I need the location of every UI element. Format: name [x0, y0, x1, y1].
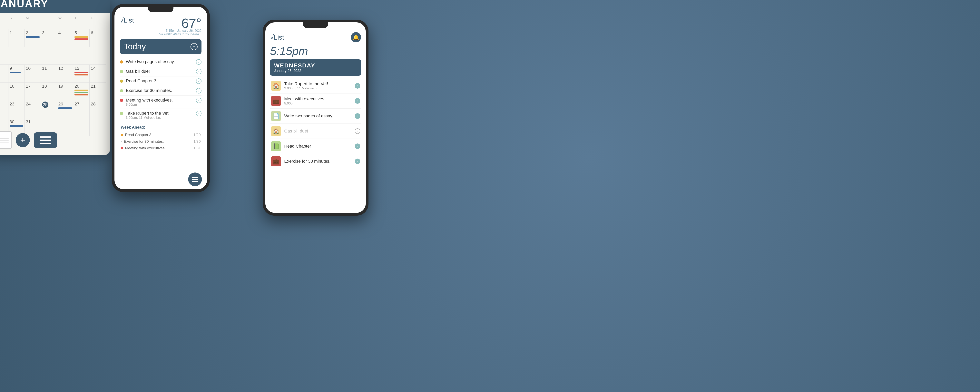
temperature-display: 67° [181, 16, 202, 30]
task-item-2: Gas bill due! ✓ [120, 67, 202, 76]
calendar-cell [0, 29, 8, 47]
task-sub-5: 5:00pm [126, 103, 193, 107]
calendar-cell: 15 [0, 83, 8, 100]
bell-icon[interactable]: 🔔 [351, 32, 361, 42]
event-text-wrap-1: Take Rupert to the Vet! 3:00pm, 11 Melro… [284, 81, 352, 90]
task-item-1: Write two pages of essay. ✓ [120, 57, 202, 67]
event-check-1[interactable]: ✓ [355, 83, 360, 89]
app-logo-1: √List [120, 16, 134, 24]
menu-line [40, 140, 51, 141]
event-sub-2: 5:00pm [284, 102, 352, 105]
task-text-wrap-2: Gas bill due! [126, 69, 193, 74]
calendar-cell: 24 [25, 100, 41, 118]
menu-line-2 [192, 179, 198, 180]
event-check-3[interactable]: ✓ [355, 113, 360, 119]
week-task-date-3: 1/31 [194, 146, 201, 150]
event-check-5[interactable]: ✓ [355, 143, 360, 149]
notepad-icon [0, 131, 12, 149]
event-text-3: Write two pages of essay. [284, 113, 352, 119]
task-text-wrap-6: Take Rupert to the Vet! 3:00pm, 11 Melro… [126, 111, 193, 120]
event-icon-2: 💼 [271, 96, 281, 106]
calendar-cell: 18 [41, 83, 57, 100]
task-check-6[interactable]: ✓ [196, 111, 202, 116]
week-task-dot-1 [121, 134, 123, 136]
calendar-cell [57, 118, 73, 136]
event-icon-1: 🏠 [271, 81, 281, 91]
week-task-dot-3 [121, 147, 123, 149]
bell-symbol: 🔔 [353, 34, 359, 40]
task-check-1[interactable]: ✓ [196, 59, 202, 65]
add-button-calendar[interactable]: + [16, 133, 30, 147]
task-check-5[interactable]: ✓ [196, 97, 202, 103]
task-check-3[interactable]: ✓ [196, 78, 202, 84]
calendar-cell: 4 [57, 29, 73, 47]
notepad-line [0, 140, 9, 140]
week-task-dot-2 [121, 141, 122, 142]
calendar-cell: 19 [57, 83, 73, 100]
event-check-2[interactable]: ✓ [355, 98, 360, 104]
phone-1-menu-button[interactable] [188, 172, 202, 186]
calendar-cell: 10 [25, 65, 41, 82]
traffic-alert: No Traffic Alerts in Your Area... [120, 32, 202, 36]
calendar-cell: 5 [73, 29, 89, 47]
task-text-wrap-4: Exercise for 30 minutes. [126, 88, 193, 93]
task-dot-4 [120, 89, 123, 92]
calendar-widget: JANUARY S M T W T F S 1 2 3 4 5 6 7 8 [0, 0, 110, 155]
event-text-wrap-5: Read Chapter [284, 143, 352, 149]
calendar-cell: 6 [89, 29, 106, 47]
wednesday-header: WEDNESDAY January 26, 2022 [270, 59, 361, 76]
calendar-day-label [0, 15, 8, 22]
logo-text-2: √List [270, 33, 284, 41]
calendar-cell: 13 [73, 65, 89, 82]
logo-text-1: √List [120, 16, 134, 24]
calendar-cell: 26 [57, 100, 73, 118]
menu-line [40, 136, 51, 138]
today-title: Today [124, 42, 146, 51]
week-task-date-1: 1/29 [194, 133, 201, 137]
today-plus-icon: + [192, 44, 196, 49]
calendar-header: JANUARY [0, 0, 110, 13]
week-task-2: Exercise for 30 minutes. 1/30 [121, 138, 201, 145]
week-ahead-title: Week Ahead: [121, 125, 201, 129]
task-item-5: Meeting with executives. 5:00pm ✓ [120, 96, 202, 109]
task-dot-1 [120, 61, 123, 64]
event-text-6: Exercise for 30 minutes. [284, 159, 352, 164]
today-header: Today + [120, 39, 202, 54]
phone-2-content: √List 🔔 5:15pm WEDNESDAY January 26, 202… [266, 22, 366, 173]
task-text-4: Exercise for 30 minutes. [126, 88, 193, 93]
task-dot-6 [120, 112, 123, 115]
menu-button-calendar[interactable] [34, 132, 57, 148]
event-text-wrap-4: Gas bill due! [284, 129, 352, 134]
calendar-week: 22 23 24 25 26 27 28 [0, 100, 106, 118]
calendar-cell: 14 [89, 65, 106, 82]
app-logo-2: √List [270, 33, 284, 41]
datetime-text: 5:15pm January 26, 2022 [166, 29, 202, 32]
temperature-value: 67° [181, 16, 202, 30]
task-check-2[interactable]: ✓ [196, 69, 202, 74]
notepad-line [0, 142, 9, 142]
task-check-4[interactable]: ✓ [196, 88, 202, 94]
event-sub-1: 3:00pm, 11 Melrose Ln [284, 86, 352, 90]
task-dot-2 [120, 70, 123, 73]
datetime-line: 5:15pm January 26, 2022 [120, 29, 202, 32]
calendar-cell: 9 [8, 65, 25, 82]
calendar-day-label: S [0, 22, 8, 29]
calendar-cell: 27 [73, 100, 89, 118]
phone-1-content: √List 67° 5:15pm January 26, 2022 No Tra… [115, 7, 207, 155]
calendar-cell: 23 [8, 100, 25, 118]
today-add-button[interactable]: + [191, 43, 197, 50]
task-text-5: Meeting with executives. [126, 97, 193, 103]
phone-notch-2 [303, 22, 328, 28]
task-sub-6: 3:00pm, 11 Melrose Ln. [126, 116, 193, 120]
task-dot-5 [120, 99, 123, 102]
calendar-cell: 21 [89, 83, 106, 100]
event-check-4[interactable]: ✓ [355, 128, 360, 134]
event-item-4: 🏠 Gas bill due! ✓ [270, 124, 361, 139]
task-text-3: Read Chapter 3. [126, 78, 193, 83]
event-icon-3: 📄 [271, 111, 281, 121]
event-check-6[interactable]: ✓ [355, 159, 360, 164]
calendar-title: JANUARY [0, 0, 48, 9]
calendar-cell: 1 [8, 29, 25, 47]
time-display: 5:15pm [270, 44, 361, 57]
wednesday-day: WEDNESDAY [274, 62, 357, 69]
